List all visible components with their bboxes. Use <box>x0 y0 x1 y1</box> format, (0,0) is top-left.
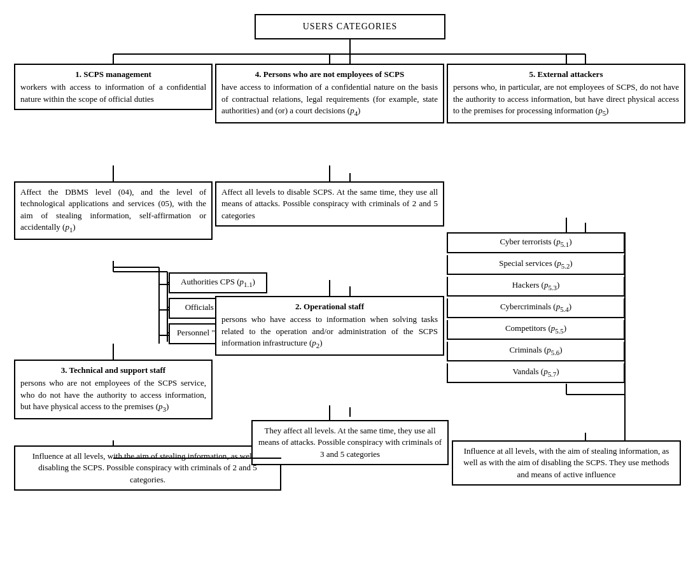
cat3-bottom-box: Influence at all levels, with the aim of… <box>14 445 281 491</box>
cat4-box: 4. Persons who are not employees of SCPS… <box>215 64 444 123</box>
cat5-sub4-box: Cybercriminals (p5.4) <box>447 298 625 318</box>
cat5-sub1-box: Cyber terrorists (p5.1) <box>447 232 625 253</box>
root-title: USERS CATEGORIES <box>303 22 398 31</box>
cat4-body: have access to information of a confiden… <box>221 82 438 115</box>
cat3-title: 3. Technical and support staff <box>20 365 206 376</box>
cat2-box: 2. Operational staff persons who have ac… <box>215 296 444 356</box>
cat2-bottom-box: They affect all levels. At the same time… <box>251 420 449 465</box>
cat3-box: 3. Technical and support staff persons w… <box>14 360 213 419</box>
cat1-sub1: Authorities CPS (p1.1) <box>181 277 255 286</box>
cat1-body: workers with access to information of a … <box>20 82 206 103</box>
cat5-sub3-box: Hackers (p5.3) <box>447 277 625 297</box>
cat5-sub5-box: Competitors (p5.5) <box>447 320 625 340</box>
cat5-sub7: Vandals (p5.7) <box>512 367 559 376</box>
cat4-mid-box: Affect all levels to disable SCPS. At th… <box>215 181 444 227</box>
cat5-title: 5. External attackers <box>453 69 679 80</box>
cat5-sub7-box: Vandals (p5.7) <box>447 363 625 383</box>
cat3-body: persons who are not employees of the SCP… <box>20 378 206 411</box>
cat5-sub3: Hackers (p5.3) <box>512 280 560 290</box>
cat2-title: 2. Operational staff <box>221 301 438 312</box>
cat5-sub2-box: Special services (p5.2) <box>447 255 625 275</box>
cat5-sub1: Cyber terrorists (p5.1) <box>500 237 571 246</box>
diagram: USERS CATEGORIES 1. SCPS management work… <box>13 13 687 585</box>
canvas: USERS CATEGORIES 1. SCPS management work… <box>13 13 687 585</box>
cat1-sub-body: Affect the DBMS level (04), and the leve… <box>20 187 206 232</box>
cat1-title: 1. SCPS management <box>20 69 206 80</box>
cat1-sub1-box: Authorities CPS (p1.1) <box>169 272 267 293</box>
cat1-box: 1. SCPS management workers with access t… <box>14 64 213 110</box>
root-box: USERS CATEGORIES <box>255 14 445 39</box>
cat5-bottom-box: Influence at all levels, with the aim of… <box>452 440 681 486</box>
cat5-box: 5. External attackers persons who, in pa… <box>447 64 685 123</box>
cat5-body: persons who, in particular, are not empl… <box>453 82 679 115</box>
cat4-title: 4. Persons who are not employees of SCPS <box>221 69 438 80</box>
cat4-mid: Affect all levels to disable SCPS. At th… <box>221 187 438 220</box>
cat5-sub6: Criminals (p5.6) <box>509 345 562 354</box>
cat5-sub6-box: Criminals (p5.6) <box>447 342 625 361</box>
cat3-bottom: Influence at all levels, with the aim of… <box>32 451 263 484</box>
cat2-bottom: They affect all levels. At the same time… <box>258 426 442 459</box>
cat5-sub4: Cybercriminals (p5.4) <box>500 302 571 311</box>
cat5-sub5: Competitors (p5.5) <box>505 323 566 333</box>
cat2-body: persons who have access to information w… <box>221 314 438 347</box>
cat5-bottom: Influence at all levels, with the aim of… <box>463 446 669 479</box>
cat5-sub2: Special services (p5.2) <box>499 258 572 268</box>
cat1-sub-box: Affect the DBMS level (04), and the leve… <box>14 181 213 240</box>
